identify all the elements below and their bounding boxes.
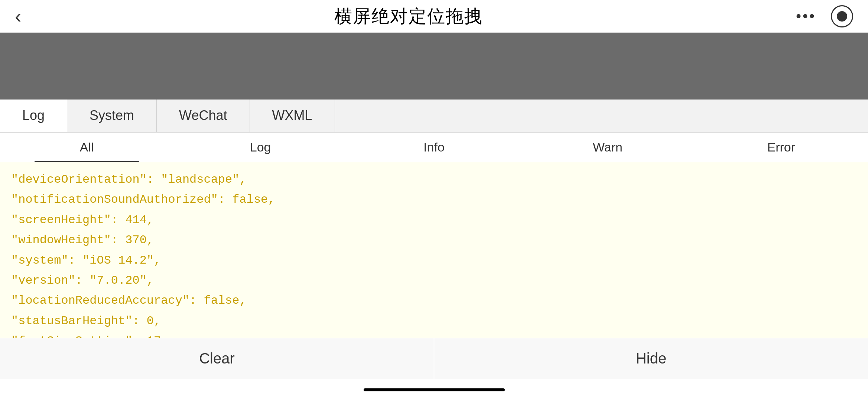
home-indicator-bar <box>364 388 505 391</box>
filter-row: All Log Info Warn Error <box>0 133 868 162</box>
header-actions: ••• <box>796 5 853 27</box>
bottom-bar: Clear Hide <box>0 338 868 379</box>
filter-info[interactable]: Info <box>347 133 521 162</box>
log-line: "deviceOrientation": "landscape", <box>11 170 857 190</box>
app-container: ‹ 横屏绝对定位拖拽 ••• Log System WeChat WXML Al… <box>0 0 868 401</box>
tab-wechat[interactable]: WeChat <box>157 100 250 132</box>
filter-log[interactable]: Log <box>173 133 347 162</box>
filter-warn[interactable]: Warn <box>521 133 694 162</box>
home-indicator <box>0 379 868 401</box>
more-options-button[interactable]: ••• <box>796 8 816 25</box>
filter-error[interactable]: Error <box>695 133 868 162</box>
log-line: "notificationSoundAuthorized": false, <box>11 190 857 210</box>
log-line: "locationReducedAccuracy": false, <box>11 291 857 311</box>
tabs-row: Log System WeChat WXML <box>0 100 868 133</box>
log-content[interactable]: "deviceOrientation": "landscape", "notif… <box>0 162 868 338</box>
back-button[interactable]: ‹ <box>15 7 21 26</box>
record-icon <box>837 11 847 22</box>
preview-area <box>0 33 868 100</box>
log-line: "screenHeight": 414, <box>11 210 857 230</box>
tab-wxml[interactable]: WXML <box>250 100 335 132</box>
tab-system[interactable]: System <box>67 100 157 132</box>
log-line: "statusBarHeight": 0, <box>11 311 857 331</box>
page-title: 横屏绝对定位拖拽 <box>334 4 483 28</box>
filter-all[interactable]: All <box>0 133 173 162</box>
log-line: "version": "7.0.20", <box>11 271 857 291</box>
hide-button[interactable]: Hide <box>434 338 868 379</box>
record-button[interactable] <box>831 5 853 27</box>
clear-button[interactable]: Clear <box>0 338 434 379</box>
tab-log[interactable]: Log <box>0 100 67 132</box>
log-line: "system": "iOS 14.2", <box>11 251 857 271</box>
log-line: "fontSizeSetting": 17, <box>11 331 857 338</box>
header: ‹ 横屏绝对定位拖拽 ••• <box>0 0 868 33</box>
log-line: "windowHeight": 370, <box>11 230 857 250</box>
